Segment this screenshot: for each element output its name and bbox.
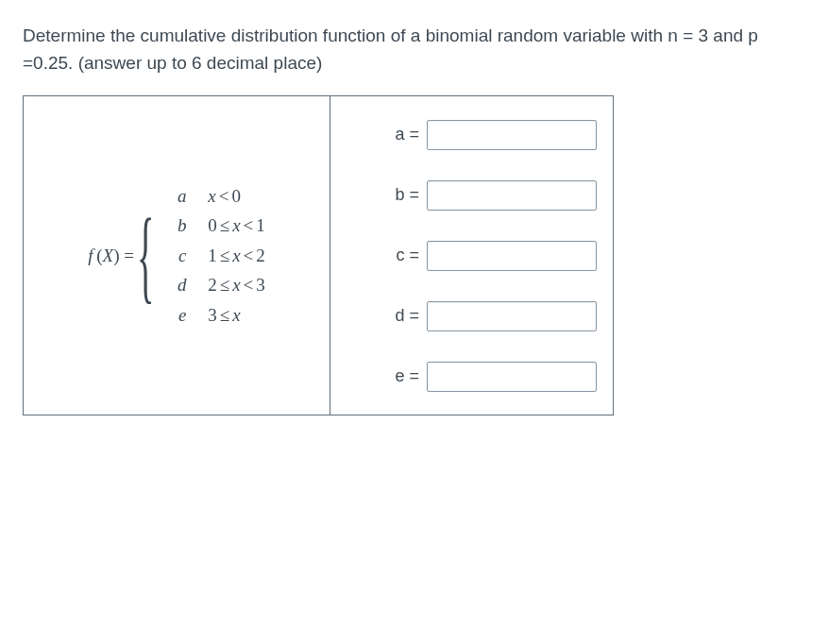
left-brace: { [137,206,143,305]
case-condition: 1≤x<2 [208,241,265,270]
answer-row-a: a = [330,120,613,150]
case-row: b 0≤x<1 [160,211,264,240]
case-row: c 1≤x<2 [160,241,264,270]
case-letter: e [160,300,186,330]
answer-label-d: d = [387,306,419,326]
answer-input-d[interactable] [427,301,597,331]
case-row: d 2≤x<3 [160,270,264,299]
case-letter: b [160,211,186,240]
answer-input-a[interactable] [427,120,597,150]
question-layout-table: f (X) = { a x<0 b 0≤x<1 c 1≤x<2 [23,95,614,415]
answer-row-b: b = [330,180,613,211]
answer-label-a: a = [387,125,419,144]
answer-input-c[interactable] [427,241,597,271]
case-letter: d [160,270,186,299]
case-row: e 3≤x [160,300,264,330]
answer-input-e[interactable] [427,362,597,392]
answer-label-c: c = [387,246,419,265]
case-row: a x<0 [160,181,264,211]
answer-label-e: e = [387,366,419,386]
answer-input-b[interactable] [427,180,597,211]
question-text: Determine the cumulative distribution fu… [23,23,806,76]
answer-label-b: b = [387,185,419,205]
case-condition: 3≤x [208,300,240,330]
piecewise-function: f (X) = { a x<0 b 0≤x<1 c 1≤x<2 [88,181,265,330]
function-prefix: f (X) = [88,246,134,266]
answer-row-e: e = [330,362,613,392]
case-letter: c [160,241,186,270]
function-cases: a x<0 b 0≤x<1 c 1≤x<2 d 2≤x<3 [160,181,264,330]
function-definition-cell: f (X) = { a x<0 b 0≤x<1 c 1≤x<2 [24,96,330,415]
answer-row-d: d = [330,301,613,331]
case-condition: 2≤x<3 [208,270,265,299]
case-condition: x<0 [208,181,241,211]
case-condition: 0≤x<1 [208,211,265,240]
answer-inputs-cell: a = b = c = d = e = [330,96,614,415]
answer-row-c: c = [330,241,613,271]
case-letter: a [160,181,186,211]
